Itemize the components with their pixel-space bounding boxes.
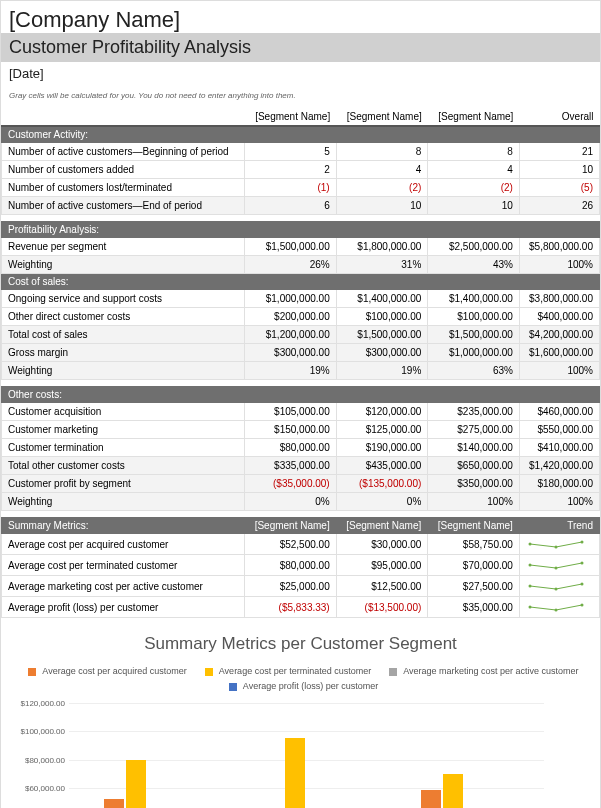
cell[interactable]: $35,000.00 xyxy=(428,597,520,618)
col-header: [Segment Name] xyxy=(245,108,337,126)
svg-point-5 xyxy=(580,562,583,565)
ytick: $120,000.00 xyxy=(21,698,70,707)
cell[interactable]: $410,000.00 xyxy=(519,439,599,457)
cell: $180,000.00 xyxy=(519,475,599,493)
section-header: Cost of sales: xyxy=(2,274,245,290)
cell[interactable]: $460,000.00 xyxy=(519,403,599,421)
ytick: $80,000.00 xyxy=(25,755,69,764)
cell[interactable]: $120,000.00 xyxy=(336,403,428,421)
sparkline xyxy=(519,534,599,555)
section-col xyxy=(336,274,428,290)
section-col xyxy=(428,387,520,403)
cell[interactable]: $150,000.00 xyxy=(245,421,337,439)
svg-point-9 xyxy=(528,606,531,609)
cell[interactable]: ($13,500.00) xyxy=(336,597,428,618)
cell: 100% xyxy=(428,493,520,511)
cell: 100% xyxy=(519,256,599,274)
section-col xyxy=(245,387,337,403)
svg-point-4 xyxy=(554,567,557,570)
cell[interactable]: 21 xyxy=(519,143,599,161)
cell[interactable]: $200,000.00 xyxy=(245,308,337,326)
cell[interactable]: 4 xyxy=(336,161,428,179)
cell[interactable]: $25,000.00 xyxy=(245,576,337,597)
cell[interactable]: (1) xyxy=(245,179,337,197)
cell[interactable]: $70,000.00 xyxy=(428,555,520,576)
row-label: Average cost per terminated customer xyxy=(2,555,245,576)
cell: $435,000.00 xyxy=(336,457,428,475)
cell[interactable]: $235,000.00 xyxy=(428,403,520,421)
cell[interactable]: $140,000.00 xyxy=(428,439,520,457)
cell[interactable]: $95,000.00 xyxy=(336,555,428,576)
row-label: Customer marketing xyxy=(2,421,245,439)
cell[interactable]: $1,400,000.00 xyxy=(336,290,428,308)
cell: ($135,000.00) xyxy=(336,475,428,493)
cell[interactable]: $58,750.00 xyxy=(428,534,520,555)
cell[interactable]: $190,000.00 xyxy=(336,439,428,457)
cell[interactable]: $52,500.00 xyxy=(245,534,337,555)
svg-point-8 xyxy=(580,583,583,586)
section-col xyxy=(519,387,599,403)
cell[interactable]: $27,500.00 xyxy=(428,576,520,597)
cell[interactable]: 2 xyxy=(245,161,337,179)
cell[interactable]: $100,000.00 xyxy=(428,308,520,326)
section-header: Summary Metrics: xyxy=(2,518,245,534)
legend-item: Average cost per acquired customer xyxy=(22,666,186,676)
cell[interactable]: $105,000.00 xyxy=(245,403,337,421)
section-col xyxy=(336,387,428,403)
row-label: Customer termination xyxy=(2,439,245,457)
row-label: Total cost of sales xyxy=(2,326,245,344)
cell: $300,000.00 xyxy=(245,344,337,362)
section-col xyxy=(519,222,599,238)
section-header: Profitability Analysis: xyxy=(2,222,245,238)
row-label: Number of customers added xyxy=(2,161,245,179)
section-col xyxy=(428,222,520,238)
cell[interactable]: $100,000.00 xyxy=(336,308,428,326)
sparkline xyxy=(519,576,599,597)
row-label: Average profit (loss) per customer xyxy=(2,597,245,618)
svg-point-2 xyxy=(580,541,583,544)
cell[interactable]: $2,500,000.00 xyxy=(428,238,520,256)
cell[interactable]: $1,000,000.00 xyxy=(245,290,337,308)
legend-item: Average cost per terminated customer xyxy=(199,666,371,676)
ytick: $100,000.00 xyxy=(21,727,70,736)
page-title: Customer Profitability Analysis xyxy=(1,33,600,62)
analysis-table: [Segment Name][Segment Name][Segment Nam… xyxy=(1,108,600,618)
col-header: [Segment Name] xyxy=(428,108,520,126)
row-label: Total other customer costs xyxy=(2,457,245,475)
col-empty xyxy=(2,108,245,126)
cell[interactable]: (2) xyxy=(428,179,520,197)
date-field[interactable]: [Date] xyxy=(1,62,600,91)
cell[interactable]: $550,000.00 xyxy=(519,421,599,439)
cell[interactable]: 4 xyxy=(428,161,520,179)
cell[interactable]: (2) xyxy=(336,179,428,197)
cell: 31% xyxy=(336,256,428,274)
cell[interactable]: 10 xyxy=(519,161,599,179)
cell[interactable]: ($5,833.33) xyxy=(245,597,337,618)
cell[interactable]: $275,000.00 xyxy=(428,421,520,439)
cell[interactable]: 8 xyxy=(428,143,520,161)
cell[interactable]: $12,500.00 xyxy=(336,576,428,597)
cell[interactable]: $3,800,000.00 xyxy=(519,290,599,308)
row-label: Ongoing service and support costs xyxy=(2,290,245,308)
cell[interactable]: $5,800,000.00 xyxy=(519,238,599,256)
section-col: [Segment Name] xyxy=(245,518,337,534)
cell: $1,600,000.00 xyxy=(519,344,599,362)
cell[interactable]: $1,500,000.00 xyxy=(245,238,337,256)
cell[interactable]: $80,000.00 xyxy=(245,439,337,457)
cell[interactable]: $125,000.00 xyxy=(336,421,428,439)
cell[interactable]: 8 xyxy=(336,143,428,161)
cell[interactable]: 5 xyxy=(245,143,337,161)
cell[interactable]: $80,000.00 xyxy=(245,555,337,576)
section-header: Other costs: xyxy=(2,387,245,403)
cell[interactable]: $1,800,000.00 xyxy=(336,238,428,256)
cell[interactable]: $30,000.00 xyxy=(336,534,428,555)
cell: 19% xyxy=(336,362,428,380)
section-col xyxy=(336,126,428,143)
cell[interactable]: $1,400,000.00 xyxy=(428,290,520,308)
svg-point-6 xyxy=(528,585,531,588)
cell: 26 xyxy=(519,197,599,215)
cell[interactable]: (5) xyxy=(519,179,599,197)
cell: 43% xyxy=(428,256,520,274)
cell[interactable]: $400,000.00 xyxy=(519,308,599,326)
section-col xyxy=(245,126,337,143)
